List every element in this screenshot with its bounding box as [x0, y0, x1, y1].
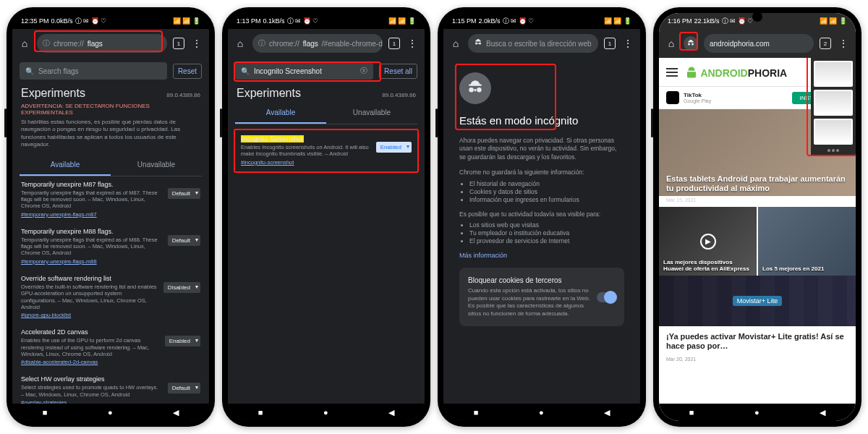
flag-link[interactable]: #incognito-screenshot	[241, 159, 294, 166]
article-card[interactable]: ▶ Las mejores dispositivos Huawei de ofe…	[659, 207, 757, 276]
status-net: 0.0kB/s	[51, 17, 73, 25]
menu-icon[interactable]: ⋮	[621, 38, 634, 49]
chrome-version: 89.0.4389.86	[382, 92, 416, 98]
hero-date: Mar 15, 2021	[659, 196, 856, 207]
url-bar[interactable]: ⓘ chrome://flags	[37, 34, 167, 53]
reset-all-button[interactable]: Reset all	[379, 64, 417, 79]
ad-app-name: TikTok	[684, 92, 711, 98]
hamburger-icon[interactable]	[666, 68, 678, 77]
flag-link[interactable]: #disable-accelerated-2d-canvas	[21, 359, 98, 365]
home-icon[interactable]: ⌂	[449, 38, 462, 49]
phone-4: 1:16 PM 22.1kB/s ⓘ ✉ ⏰ ♡ 📶 📶 🔋 ⌂ android…	[653, 7, 861, 427]
page-content: ANDROIDPHORIA TikTok Google Play INSTALA…	[659, 58, 856, 404]
flag-select[interactable]: Default	[168, 188, 200, 199]
tab-unavailable[interactable]: Unavailable	[111, 155, 202, 176]
tab-thumbnail[interactable]	[814, 61, 853, 87]
search-icon: 🔍	[241, 67, 250, 75]
page-content: 🔍 Incognito Screenshot ⓧ Reset all Exper…	[228, 58, 425, 404]
browser-toolbar: ⌂ androidphoria.com 2 ⋮	[659, 29, 856, 58]
reset-button[interactable]: Reset	[173, 64, 202, 79]
tab-switcher-button[interactable]: 2	[820, 38, 831, 49]
flag-item: Select HW overlay strategies Select stra…	[12, 371, 209, 404]
page-content: Estás en modo incógnito Ahora puedes nav…	[443, 58, 640, 404]
tab-thumbnail[interactable]	[814, 90, 853, 116]
tab-switcher-button[interactable]: 1	[388, 38, 400, 49]
status-icons: ⓘ ✉ ⏰ ♡	[287, 17, 319, 26]
flag-title: Incognito Screenshot	[241, 135, 304, 142]
list-item: El proveedor de servicios de Internet	[469, 237, 624, 244]
nav-back-icon[interactable]: ◀	[388, 408, 394, 417]
nav-home-icon[interactable]: ●	[539, 408, 544, 417]
tab-available[interactable]: Available	[20, 155, 111, 176]
nav-recent-icon[interactable]: ■	[43, 408, 48, 417]
flag-tabs: Available Unavailable	[235, 103, 417, 124]
nav-home-icon[interactable]: ●	[323, 408, 328, 417]
nav-back-icon[interactable]: ◀	[820, 408, 825, 417]
article-card[interactable]: Los 5 mejores en 2021	[758, 207, 856, 276]
incognito-p1: Ahora puedes navegar con privacidad. Si …	[459, 137, 624, 161]
search-icon: 🔍	[25, 67, 34, 75]
tab-switcher-button[interactable]: 1	[604, 38, 616, 49]
nav-back-icon[interactable]: ◀	[173, 408, 179, 417]
status-icons: ⓘ ✉ ⏰ ♡	[503, 17, 535, 26]
search-flags-input[interactable]: 🔍 Incognito Screenshot ⓧ	[235, 62, 373, 80]
search-flags-input[interactable]: 🔍 Search flags	[20, 62, 167, 80]
status-time: 12:35 PM	[21, 17, 49, 25]
cookie-desc: Cuando esta opción está activada, los si…	[468, 287, 616, 318]
menu-icon[interactable]: ⋮	[837, 38, 850, 49]
flag-select[interactable]: Enabled	[165, 336, 200, 346]
flag-link[interactable]: #ignore-gpu-blocklist	[21, 312, 71, 318]
site-logo[interactable]: ANDROIDPHORIA	[685, 66, 787, 79]
clear-icon[interactable]: ⓧ	[360, 66, 367, 76]
home-icon[interactable]: ⌂	[18, 38, 31, 49]
tab-available[interactable]: Available	[235, 103, 326, 124]
tab-unavailable[interactable]: Unavailable	[326, 103, 417, 124]
status-time: 1:16 PM	[668, 17, 692, 25]
article-title[interactable]: ¡Ya puedes activar Movistar+ Lite gratis…	[659, 326, 856, 357]
home-icon[interactable]: ⌂	[665, 38, 678, 49]
nav-recent-icon[interactable]: ■	[258, 408, 263, 417]
status-time: 1:13 PM	[237, 17, 261, 25]
flag-link[interactable]: #overlay-strategies	[21, 399, 67, 404]
flag-desc: Temporarily unexpire flags that expired …	[21, 237, 162, 257]
home-icon[interactable]: ⌂	[234, 38, 247, 49]
incognito-hero-icon	[459, 72, 491, 104]
logo-part-1: ANDROID	[700, 67, 747, 79]
banner-movistar[interactable]: Movistar+ Lite	[659, 276, 856, 326]
flag-title: Select HW overlay strategies	[21, 375, 162, 383]
search-placeholder: Search flags	[38, 67, 79, 75]
flag-link[interactable]: #temporary-unexpire-flags-m88	[21, 258, 97, 265]
page-content: 🔍 Search flags Reset Experiments 89.0.43…	[12, 58, 209, 404]
incognito-icon	[474, 38, 482, 48]
url-bar[interactable]: Busca o escribe la dirección web	[468, 34, 598, 53]
nav-back-icon[interactable]: ◀	[604, 408, 610, 417]
flag-select[interactable]: Disabled	[163, 282, 200, 293]
flag-tabs: Available Unavailable	[20, 155, 202, 176]
more-info-link[interactable]: Más información	[459, 252, 624, 259]
url-bar[interactable]: androidphoria.com	[704, 34, 814, 53]
incognito-badge-icon	[684, 36, 698, 51]
nav-recent-icon[interactable]: ■	[474, 408, 479, 417]
flag-title: Temporarily unexpire M87 flags.	[21, 181, 162, 188]
android-navbar: ■ ● ◀	[228, 404, 425, 421]
nav-home-icon[interactable]: ●	[754, 408, 760, 417]
incognito-p2: Chrome no guardará la siguiente informac…	[459, 169, 624, 176]
flag-item: Accelerated 2D canvas Enables the use of…	[12, 324, 209, 371]
menu-icon[interactable]: ⋮	[406, 38, 419, 49]
flag-select[interactable]: Default	[168, 383, 200, 393]
tab-thumbnails-overlay[interactable]	[811, 58, 856, 155]
flag-link[interactable]: #temporary-unexpire-flags-m87	[21, 211, 97, 218]
search-value: Incognito Screenshot	[254, 67, 322, 75]
tab-switcher-button[interactable]: 1	[173, 38, 184, 49]
nav-recent-icon[interactable]: ■	[689, 408, 694, 417]
cookie-toggle[interactable]	[597, 292, 616, 302]
url-bar[interactable]: ⓘ chrome://flags/#enable-chrome-duet	[252, 34, 383, 53]
tab-thumbnail[interactable]	[814, 119, 853, 145]
flag-select-enabled[interactable]: Enabled	[376, 142, 412, 153]
flag-item: Override software rendering list Overrid…	[12, 271, 209, 325]
nav-home-icon[interactable]: ●	[108, 408, 113, 417]
list-item: Tu empleador o institución educativa	[469, 229, 624, 237]
status-net: 22.1kB/s	[694, 17, 720, 25]
menu-icon[interactable]: ⋮	[190, 38, 203, 49]
flag-select[interactable]: Default	[168, 235, 200, 246]
